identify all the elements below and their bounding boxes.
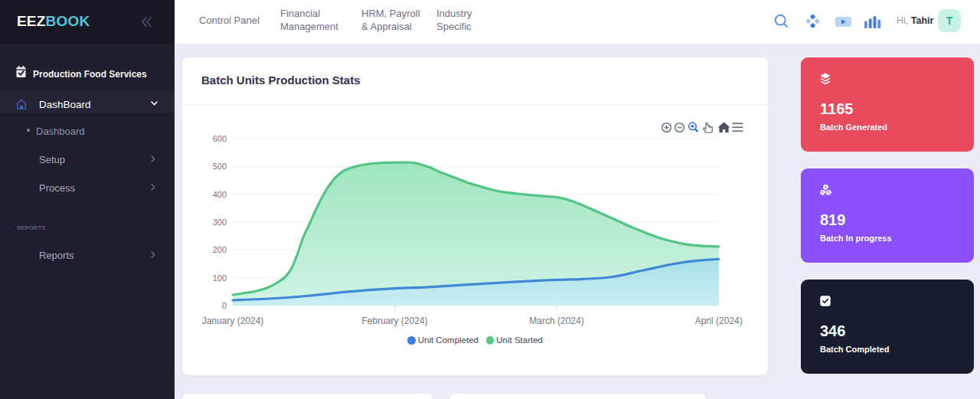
svg-text:500: 500 [213, 162, 227, 171]
svg-text:100: 100 [213, 273, 227, 283]
svg-text:March (2024): March (2024) [529, 316, 583, 326]
svg-text:0: 0 [222, 301, 227, 310]
svg-text:400: 400 [213, 190, 227, 199]
svg-text:300: 300 [213, 217, 227, 227]
svg-text:April (2024): April (2024) [695, 316, 743, 326]
svg-text:200: 200 [213, 245, 227, 254]
svg-text:February (2024): February (2024) [361, 316, 427, 326]
svg-text:600: 600 [213, 134, 227, 143]
svg-text:January (2024): January (2024) [202, 316, 264, 326]
